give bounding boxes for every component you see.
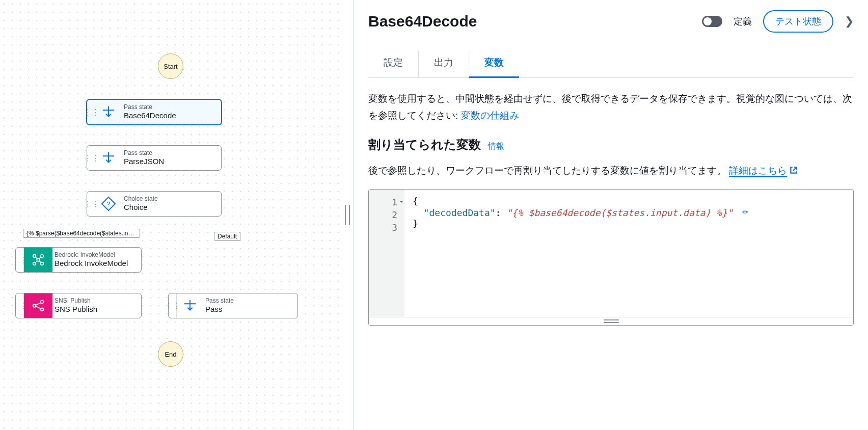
- intro-text: 変数を使用すると、中間状態を経由せずに、後で取得できるデータを保存できます。視覚…: [368, 93, 852, 121]
- learn-more-link[interactable]: 詳細はこちら: [729, 165, 798, 176]
- state-title: ParseJSON: [124, 156, 175, 167]
- external-link-icon: [789, 166, 798, 175]
- connector-layer: [0, 0, 153, 76]
- drag-handle-icon[interactable]: ⋮⋮: [169, 293, 177, 318]
- info-link[interactable]: 情報: [488, 141, 504, 152]
- editor-gutter: 1 2 3: [369, 190, 404, 317]
- inspector-panel: Base64Decode 定義 テスト状態 ❯ 設定 出力 変数 変数を使用する…: [354, 0, 868, 430]
- assigned-variables-heading: 割り当てられた変数: [368, 137, 481, 153]
- drag-handle-icon[interactable]: ⋮⋮: [16, 293, 24, 318]
- tab-output[interactable]: 出力: [419, 51, 469, 77]
- definition-toggle-label: 定義: [734, 15, 752, 28]
- state-node-sns[interactable]: ⋮⋮ SNS: Publish SNS Publish: [15, 293, 142, 318]
- bedrock-service-icon: [24, 248, 52, 272]
- state-node-pass[interactable]: ⋮⋮ Pass state Pass: [168, 293, 298, 318]
- editor-resize-handle[interactable]: [369, 317, 853, 325]
- svg-point-12: [41, 308, 44, 311]
- drag-handle-icon[interactable]: ⋮⋮: [16, 248, 24, 272]
- state-node-bedrock[interactable]: ⋮⋮ Bedrock: InvokeModel Bedrock InvokeMo…: [15, 247, 142, 273]
- end-label: End: [165, 351, 176, 358]
- state-title: Bedrock InvokeModel: [55, 258, 128, 268]
- tab-config[interactable]: 設定: [368, 51, 419, 77]
- choice-default-badge[interactable]: Default: [214, 232, 240, 241]
- pass-state-icon: [177, 293, 203, 318]
- state-type-label: Pass state: [124, 103, 176, 111]
- state-type-label: Pass state: [124, 149, 175, 156]
- pane-splitter[interactable]: [341, 0, 354, 430]
- workflow-canvas[interactable]: Start ⋮⋮ Pass state Base64Decode ⋮⋮ Pass…: [0, 0, 341, 430]
- state-type-label: Pass state: [205, 297, 256, 304]
- state-type-label: SNS: Publish: [55, 297, 105, 304]
- state-title: Pass: [205, 304, 256, 314]
- expand-chevron-icon[interactable]: ❯: [845, 15, 854, 28]
- sns-service-icon: [24, 293, 52, 318]
- variables-json-editor[interactable]: 1 2 3 { "decodedData": "{% $base64decode…: [368, 189, 854, 326]
- start-node[interactable]: Start: [158, 53, 183, 79]
- pass-state-icon: [95, 100, 122, 124]
- state-title: SNS Publish: [55, 304, 105, 314]
- edit-pencil-icon[interactable]: ✎: [740, 206, 751, 218]
- state-node-base64decode[interactable]: ⋮⋮ Pass state Base64Decode: [87, 99, 222, 125]
- state-type-label: Bedrock: InvokeModel: [55, 251, 128, 258]
- choice-state-icon: ?: [95, 192, 122, 216]
- start-label: Start: [164, 63, 177, 70]
- editor-code[interactable]: { "decodedData": "{% $base64decode($stat…: [404, 190, 853, 317]
- tabs: 設定 出力 変数: [368, 51, 854, 78]
- variables-help-link[interactable]: 変数の仕組み: [461, 110, 519, 121]
- definition-toggle[interactable]: [702, 16, 722, 27]
- test-state-button[interactable]: テスト状態: [763, 10, 833, 33]
- drag-handle-icon[interactable]: ⋮⋮: [87, 146, 95, 170]
- panel-header: Base64Decode 定義 テスト状態 ❯: [368, 10, 854, 33]
- drag-handle-icon[interactable]: ⋮⋮: [87, 100, 95, 124]
- state-title: Choice: [124, 202, 175, 212]
- tab-variables[interactable]: 変数: [469, 51, 519, 78]
- svg-point-10: [33, 304, 36, 307]
- drag-handle-icon[interactable]: ⋮⋮: [87, 192, 95, 216]
- state-type-label: Choice state: [124, 195, 175, 202]
- end-node[interactable]: End: [158, 341, 183, 367]
- svg-text:?: ?: [106, 200, 110, 208]
- svg-point-11: [41, 301, 44, 304]
- state-title: Base64Decode: [124, 111, 176, 121]
- state-node-choice[interactable]: ⋮⋮ ? Choice state Choice: [87, 191, 222, 217]
- intro-paragraph: 変数を使用すると、中間状態を経由せずに、後で取得できるデータを保存できます。視覚…: [368, 90, 854, 124]
- pass-state-icon: [95, 146, 122, 170]
- state-node-parsejson[interactable]: ⋮⋮ Pass state ParseJSON: [87, 145, 222, 171]
- assign-text: 後で参照したり、ワークフローで再割り当てしたりする変数に値を割り当てます。: [368, 165, 726, 176]
- assign-paragraph: 後で参照したり、ワークフローで再割り当てしたりする変数に値を割り当てます。 詳細…: [368, 162, 854, 179]
- choice-rule-badge[interactable]: {% $parse($base64decode($states.input...: [23, 229, 140, 238]
- panel-title: Base64Decode: [368, 13, 691, 30]
